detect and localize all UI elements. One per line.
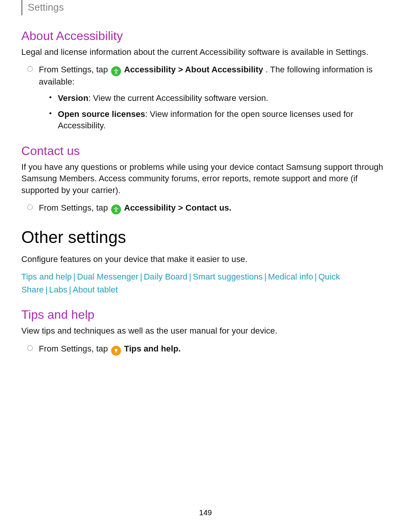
other-intro: Configure features on your device that m… [21,254,390,265]
dotted-bullet-icon [27,345,33,351]
link-tips-and-help[interactable]: Tips and help [21,272,72,281]
step-bold: Accessibility > Contact us. [124,203,231,212]
heading-contact-us: Contact us [21,142,390,159]
contact-step: From Settings, tap Accessibility > Conta… [39,202,390,214]
link-dual-messenger[interactable]: Dual Messenger [77,272,139,281]
link-separator: | [264,272,266,281]
link-about-tablet[interactable]: About tablet [73,285,118,294]
tips-intro: View tips and techniques as well as the … [21,325,390,337]
lightbulb-icon [111,346,121,356]
link-labs[interactable]: Labs [49,285,67,294]
about-step: From Settings, tap Accessibility > About… [39,64,390,88]
about-bullet-1: Open source licenses: View information f… [58,109,390,132]
person-icon [113,68,119,74]
dot-icon [49,96,51,98]
heading-other-settings: Other settings [21,226,390,249]
dotted-bullet-icon [27,66,33,72]
contact-intro: If you have any questions or problems wh… [21,161,390,196]
accessibility-icon [111,66,121,76]
bullet-label: Open source licenses [58,109,145,119]
document-page: Settings About Accessibility Legal and l… [0,0,411,532]
link-separator: | [69,285,71,294]
link-separator: | [140,272,142,281]
step-prefix: From Settings, tap [39,203,110,212]
step-prefix: From Settings, tap [39,65,110,74]
link-daily-board[interactable]: Daily Board [144,272,188,281]
bulb-icon [113,348,119,353]
about-intro: Legal and license information about the … [21,46,390,58]
about-bullet-0: Version: View the current Accessibility … [58,93,390,104]
step-prefix: From Settings, tap [39,344,110,353]
step-bold: Tips and help. [124,344,181,353]
tips-step: From Settings, tap Tips and help. [39,343,390,356]
svg-rect-2 [115,352,116,353]
heading-tips-and-help: Tips and help [21,306,390,323]
link-separator: | [189,272,191,281]
link-medical-info[interactable]: Medical info [268,272,313,281]
heading-about-accessibility: About Accessibility [21,27,390,44]
dotted-bullet-icon [27,204,33,210]
person-icon [113,206,119,212]
page-number: 149 [0,508,411,518]
svg-point-0 [115,69,116,70]
page-header: Settings [21,0,390,15]
link-separator: | [45,285,48,294]
link-separator: | [315,272,317,281]
other-links-row: Tips and help|Dual Messenger|Daily Board… [21,270,390,296]
accessibility-icon [111,204,121,214]
link-separator: | [73,272,76,281]
header-title: Settings [28,2,64,13]
dot-icon [49,112,51,114]
svg-point-1 [115,207,116,208]
bullet-label: Version [58,93,88,103]
step-bold: Accessibility > About Accessibility [124,65,263,74]
bullet-text: : View the current Accessibility softwar… [88,93,268,103]
link-smart-suggestions[interactable]: Smart suggestions [193,272,263,281]
